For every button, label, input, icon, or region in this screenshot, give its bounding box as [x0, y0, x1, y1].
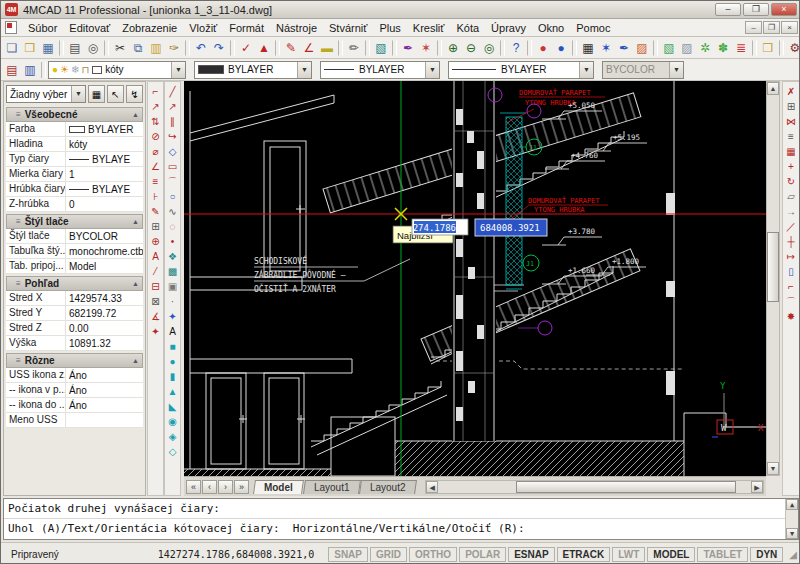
solid-torus-icon[interactable]: ◉ [165, 414, 180, 429]
offset-icon[interactable]: ≡ [784, 129, 799, 144]
section-header[interactable]: ≡ Všeobecné ▲ [6, 107, 143, 122]
explode-icon[interactable]: ✸ [784, 309, 799, 324]
prop-stred-x[interactable]: Stred X 1429574.33 [6, 291, 143, 306]
prop-farba[interactable]: Farba BYLAYER [6, 122, 143, 137]
spline-icon[interactable]: ∿ [165, 204, 180, 219]
layer-combo[interactable]: ● ☀ ❄ ⊓ kóty ▼ [48, 61, 186, 79]
scale-icon[interactable]: ▱ [784, 189, 799, 204]
copy-button[interactable]: ⧉ [129, 39, 147, 57]
prop-vyska[interactable]: Výška 10891.32 [6, 336, 143, 351]
hatch-icon[interactable]: ▩ [165, 264, 180, 279]
undo-button[interactable]: ↶ [192, 39, 210, 57]
array-icon[interactable]: ▦ [784, 144, 799, 159]
solids-more-icon[interactable]: ◈ [165, 429, 180, 444]
resize-grip-icon[interactable]: ◢ [789, 549, 797, 560]
dim-aligned-icon[interactable]: ↗ [148, 99, 163, 114]
menu-item[interactable]: Stvárniť [323, 20, 373, 36]
sep[interactable] [653, 40, 658, 56]
sep[interactable] [275, 40, 280, 56]
menu-item[interactable]: Kresliť [407, 20, 451, 36]
command-prompt-line[interactable]: Uhol (A)/Text/Orientácia kótovacej čiary… [4, 519, 798, 539]
chevron-down-icon[interactable]: ▼ [425, 62, 439, 78]
plugin-button[interactable]: ⚙ [786, 39, 800, 57]
tab-nav-button[interactable]: « [186, 480, 201, 494]
collapse-icon[interactable]: ▲ [132, 111, 139, 118]
property-value[interactable]: Model [66, 259, 143, 273]
property-value[interactable]: BYLAYE [66, 152, 143, 166]
status-toggle-etrack[interactable]: ETRACK [557, 547, 611, 562]
menu-item[interactable]: Úpravy [485, 20, 532, 36]
print-button[interactable]: ▤ [66, 39, 84, 57]
mdi-minimize-button[interactable]: – [745, 21, 762, 34]
dim-oblique-icon[interactable]: ⁄ [148, 264, 163, 279]
sep[interactable] [437, 40, 442, 56]
dim-angle-icon[interactable]: ∡ [148, 309, 163, 324]
mirror-icon[interactable]: ⋈ [784, 114, 799, 129]
rectangle-icon[interactable]: ▭ [165, 159, 180, 174]
dim-update-icon[interactable]: ⊠ [148, 294, 163, 309]
solids-edit-icon[interactable]: ◇ [165, 444, 180, 459]
menu-item[interactable]: Pomoc [570, 20, 616, 36]
stretch-icon[interactable]: → [784, 204, 799, 219]
status-toggle-snap[interactable]: SNAP [328, 547, 368, 562]
dim-tolerance-icon[interactable]: ⊞ [148, 219, 163, 234]
prop-uss-ikona[interactable]: USS ikona z... Áno [6, 368, 143, 383]
dim-linear-icon[interactable]: ⌐ [148, 84, 163, 99]
property-value[interactable]: BYLAYE [66, 182, 143, 196]
menu-item[interactable]: Editovať [63, 20, 116, 36]
erase-icon[interactable]: ✗ [784, 84, 799, 99]
spell-check-button[interactable]: ✓ [237, 39, 255, 57]
solid-box-icon[interactable]: ■ [165, 339, 180, 354]
match-properties-button[interactable]: ✑ [165, 39, 183, 57]
chamfer-icon[interactable]: ⌐ [784, 279, 799, 294]
prop-tab-pripojenia[interactable]: Tab. pripoj... Model [6, 259, 143, 274]
maximize-button[interactable]: ❐ [743, 3, 769, 16]
scrollbar-thumb[interactable] [516, 481, 736, 493]
sep[interactable] [338, 40, 343, 56]
scroll-down-icon[interactable]: ▼ [767, 462, 779, 475]
mesh-icon[interactable]: ✦ [165, 309, 180, 324]
plant-button[interactable]: ✽ [714, 39, 732, 57]
scroll-up-icon[interactable]: ▲ [767, 82, 779, 95]
prop-styl-tlace[interactable]: Štýl tlače BYCOLOR [6, 229, 143, 244]
folder-button[interactable]: ❒ [759, 39, 777, 57]
status-toggle-dyn[interactable]: DYN [750, 547, 783, 562]
solid-sphere-icon[interactable]: ● [165, 354, 180, 369]
ray-icon[interactable]: ↗ [165, 99, 180, 114]
sep[interactable] [104, 40, 109, 56]
menu-item[interactable]: Plus [373, 20, 406, 36]
dim-check-button[interactable]: ▲ [255, 39, 273, 57]
prop-stred-y[interactable]: Stred Y 682199.72 [6, 306, 143, 321]
dim-diameter-icon[interactable]: ⌀ [148, 144, 163, 159]
materials-button[interactable]: ✒ [615, 39, 633, 57]
block-icon[interactable]: ❖ [165, 249, 180, 264]
format-painter-button[interactable]: ✏ [345, 39, 363, 57]
selection-filter-combo[interactable]: Žiadny výber ▼ [6, 85, 86, 103]
sep[interactable] [779, 40, 784, 56]
scroll-left-icon[interactable]: ◀ [426, 481, 438, 493]
entity-snap-button[interactable]: ✎ [282, 39, 300, 57]
status-toggle-model[interactable]: MODEL [647, 547, 695, 562]
movie-button[interactable]: ▦ [579, 39, 597, 57]
collapse-icon[interactable]: ▲ [132, 357, 139, 364]
lights-button[interactable]: ✶ [597, 39, 615, 57]
copy-object-icon[interactable]: ⊞ [784, 99, 799, 114]
solid-wedge-icon[interactable]: ◣ [165, 399, 180, 414]
new-button[interactable]: ❏ [3, 39, 21, 57]
property-value[interactable]: kóty [66, 137, 143, 151]
tab-nav-button[interactable]: » [234, 480, 249, 494]
mdi-close-button[interactable]: × [781, 21, 798, 34]
tab-nav-button[interactable]: › [218, 480, 233, 494]
section-header[interactable]: ≡ Pohľad ▲ [6, 276, 143, 291]
polyline-icon[interactable]: ↪ [165, 129, 180, 144]
zoom-out-button[interactable]: ⊖ [462, 39, 480, 57]
color-combo[interactable]: BYLAYER ▼ [194, 61, 312, 79]
prop-ikona-do[interactable]: -- ikona do ... Áno [6, 398, 143, 413]
command-scrollbar[interactable]: ▲ ▼ [785, 499, 798, 539]
background-button[interactable]: ▨ [633, 39, 651, 57]
toggle-value-button[interactable]: ↯ [126, 85, 143, 103]
cut-button[interactable]: ✂ [111, 39, 129, 57]
status-toggle-lwt[interactable]: LWT [612, 547, 645, 562]
move-icon[interactable]: + [784, 159, 799, 174]
paste-button[interactable]: ▥ [147, 39, 165, 57]
